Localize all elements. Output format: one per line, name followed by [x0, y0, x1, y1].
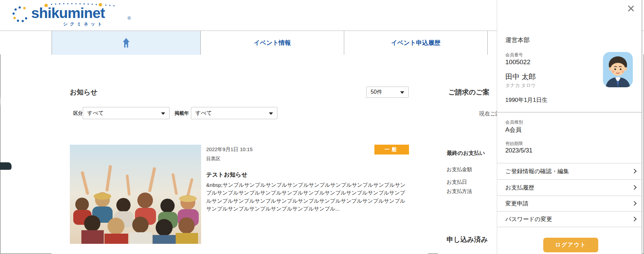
chevron-right-icon: [632, 185, 637, 189]
page-size-value: 50件: [371, 89, 382, 96]
member-name: 田中 太郎: [505, 72, 536, 81]
news-datetime: 2022年9月1日 10:15: [206, 146, 253, 153]
year-filter-select[interactable]: すべて: [191, 107, 277, 119]
member-org: 運営本部: [505, 36, 530, 44]
logout-button[interactable]: ログアウト: [543, 238, 598, 252]
expiry-value: 2023/5/31: [505, 147, 532, 154]
category-filter-value: すべて: [87, 110, 104, 117]
island-decor: [0, 162, 12, 170]
year-filter-value: すべて: [195, 110, 212, 117]
category-filter-label: 区分: [73, 110, 83, 116]
surf-decor: [28, 164, 45, 166]
member-panel: 運営本部 会員番号 1005022 田中 太郎 タナカ タロウ 1990年1月1…: [497, 0, 642, 254]
menu-item-change-request[interactable]: 変更申請: [497, 196, 642, 212]
chevron-down-icon: [161, 112, 165, 115]
member-no-value: 1005022: [505, 58, 530, 66]
news-body-excerpt: &nbsp;サンプルサンプルサンプルサンプルサンプルサンプルサンプルサンプルサン…: [206, 181, 410, 213]
member-no-label: 会員番号: [505, 52, 523, 58]
member-type-value: A会員: [505, 126, 522, 134]
app-window: shikuminet ® シクミネット イベント情報 イベント申込履歴 お知らせ…: [0, 0, 644, 254]
tab-event-info-label: イベント情報: [254, 39, 291, 47]
chevron-right-icon: [632, 168, 637, 173]
payment-amount-label: お支払金額: [447, 166, 472, 173]
tab-home[interactable]: [52, 31, 200, 55]
notices-card: お知らせ 50件 区分 すべて 掲載年 すべて: [52, 72, 428, 254]
menu-item-profile-edit-label: ご登録情報の確認・編集: [505, 167, 569, 175]
home-icon: [121, 37, 131, 48]
payment-method-label: お支払方法: [447, 188, 472, 195]
category-filter-select[interactable]: すべて: [83, 107, 170, 119]
menu-item-change-request-label: 変更申請: [505, 200, 528, 207]
logo-dot-circle-icon: [12, 5, 28, 23]
close-icon[interactable]: [626, 4, 635, 13]
news-title: テストお知らせ: [206, 171, 247, 179]
menu-item-payment-history-label: お支払履歴: [505, 184, 534, 192]
logo-registered-mark: ®: [128, 16, 131, 21]
logo-kana: シクミネット: [63, 21, 104, 27]
billing-title: ご請求のご案: [448, 88, 489, 97]
news-area: 目黒区: [206, 156, 220, 162]
logo-wordmark: shikuminet: [31, 5, 105, 21]
menu-item-change-password[interactable]: パスワードの変更: [497, 212, 642, 227]
last-payment-title: 最終のお支払い: [447, 150, 485, 157]
year-filter-label: 掲載年: [175, 110, 189, 116]
expiry-label: 有効期限: [505, 141, 523, 147]
menu-item-profile-edit[interactable]: ご登録情報の確認・編集: [497, 163, 642, 180]
news-thumbnail: [70, 145, 201, 244]
tab-event-info[interactable]: イベント情報: [200, 31, 344, 55]
tab-event-history-label: イベント申込履歴: [391, 39, 441, 47]
member-name-kana: タナカ タロウ: [505, 83, 536, 89]
panel-divider: [497, 112, 642, 112]
notices-title: お知らせ: [70, 88, 97, 97]
avatar: [603, 52, 633, 87]
chevron-down-icon: [400, 91, 404, 94]
chevron-right-icon: [632, 201, 637, 205]
member-birthday: 1990年1月1日生: [505, 96, 548, 104]
news-category-badge: 一般: [374, 145, 409, 155]
page-size-select[interactable]: 50件: [366, 87, 409, 98]
chevron-right-icon: [632, 216, 637, 221]
tab-event-history[interactable]: イベント申込履歴: [344, 31, 488, 55]
menu-item-payment-history[interactable]: お支払履歴: [497, 180, 642, 196]
brand-logo[interactable]: shikuminet ® シクミネット: [12, 2, 134, 28]
applied-events-title: 申し込み済み: [447, 235, 488, 244]
chevron-down-icon: [269, 112, 273, 115]
payment-date-label: お支払日: [447, 179, 467, 185]
member-type-label: 会員種別: [505, 119, 523, 125]
menu-item-change-password-label: パスワードの変更: [505, 215, 552, 223]
